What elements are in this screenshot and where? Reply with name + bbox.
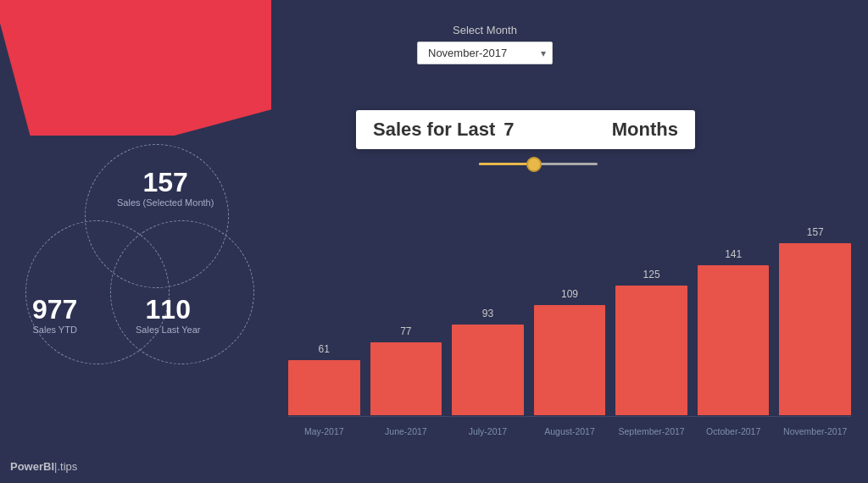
bar: 77: [370, 342, 442, 415]
powerbi-logo: PowerBI|.tips: [10, 460, 77, 473]
bar: 141: [698, 265, 770, 415]
bar-x-label: August-2017: [544, 426, 595, 436]
bar-x-label: November-2017: [783, 426, 847, 436]
bar: 93: [452, 325, 524, 415]
bar: 61: [288, 360, 360, 415]
top-controls: Select Month January-2017February-2017Ma…: [417, 24, 553, 64]
corner-decoration: [0, 0, 271, 136]
bar-value-label: 125: [643, 269, 660, 280]
sales-banner-suffix: Months: [612, 119, 678, 141]
bar-x-label: October-2017: [706, 426, 760, 436]
month-select-wrapper[interactable]: January-2017February-2017March-2017April…: [417, 42, 553, 64]
sales-banner-number: 7: [504, 119, 529, 141]
bar: 125: [615, 286, 687, 415]
bar-value-label: 61: [319, 343, 330, 355]
venn-ytd: 977 Sales YTD: [32, 295, 77, 335]
bar-group: 77June-2017: [370, 342, 442, 415]
bar-value-label: 109: [561, 288, 578, 300]
venn-diagram: 157 Sales (Selected Month) 977 Sales YTD…: [25, 144, 288, 381]
bar-x-label: May-2017: [304, 426, 344, 436]
venn-last-year: 110 Sales Last Year: [136, 295, 200, 335]
slider-track: [479, 163, 598, 165]
bar-group: 157November-2017: [779, 243, 851, 415]
bar-group: 93July-2017: [452, 325, 524, 415]
logo-text1: PowerBI: [10, 460, 54, 473]
bar-x-label: June-2017: [385, 426, 427, 436]
month-select[interactable]: January-2017February-2017March-2017April…: [417, 42, 553, 64]
sales-banner-prefix: Sales for Last: [373, 119, 495, 141]
bar: 109: [534, 305, 606, 415]
venn-ytd-number: 977: [32, 295, 77, 325]
bar-chart: 61May-201777June-201793July-2017109Augus…: [288, 144, 851, 441]
bar-x-label: September-2017: [618, 426, 684, 436]
bar-group: 125September-2017: [615, 286, 687, 415]
sales-banner: Sales for Last 7 Months: [356, 110, 695, 149]
venn-selected-month: 157 Sales (Selected Month): [117, 168, 214, 208]
bar-x-label: July-2017: [469, 426, 508, 436]
bar-value-label: 141: [725, 248, 742, 260]
bar-group: 61May-2017: [288, 360, 360, 415]
bar-value-label: 157: [807, 226, 824, 238]
venn-last-year-number: 110: [136, 295, 200, 325]
bar: 157: [779, 243, 851, 415]
venn-ytd-desc: Sales YTD: [32, 325, 77, 335]
bar-value-label: 93: [482, 308, 493, 319]
bar-group: 109August-2017: [534, 305, 606, 415]
venn-selected-month-desc: Sales (Selected Month): [117, 197, 214, 208]
slider-thumb[interactable]: [526, 157, 542, 172]
logo-text2: .tips: [57, 460, 77, 473]
venn-selected-month-number: 157: [117, 168, 214, 197]
venn-circle-right: [110, 220, 254, 364]
months-slider-container: [475, 163, 602, 165]
select-month-label: Select Month: [453, 24, 517, 36]
bar-group: 141October-2017: [698, 265, 770, 415]
venn-last-year-desc: Sales Last Year: [136, 325, 200, 335]
bar-value-label: 77: [400, 325, 411, 337]
